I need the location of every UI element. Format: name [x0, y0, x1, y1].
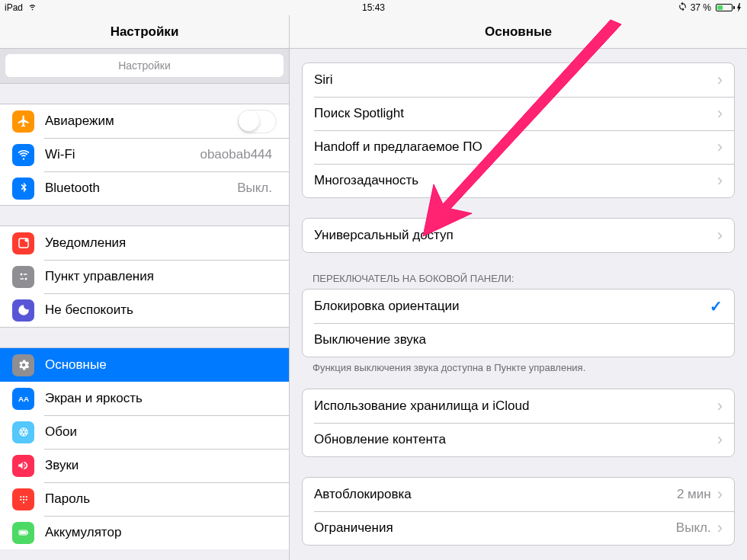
chevron-right-icon: › — [717, 72, 723, 88]
sidebar-item-bluetooth[interactable]: BluetoothВыкл. — [0, 171, 289, 205]
row-label: Обновление контента — [314, 432, 717, 447]
svg-point-9 — [22, 428, 24, 430]
search-input[interactable] — [5, 54, 284, 77]
svg-point-13 — [20, 433, 21, 434]
battery-icon — [12, 522, 34, 544]
sidebar-item-notifications[interactable]: Уведомления — [0, 226, 289, 260]
brightness-icon: AA — [12, 388, 34, 410]
main-panel: Основные Siri›Поиск Spotlight›Handoff и … — [290, 15, 747, 560]
row-универсальный-доступ[interactable]: Универсальный доступ› — [303, 219, 734, 252]
sounds-icon — [12, 455, 34, 477]
sidebar-item-label: Основные — [45, 357, 277, 373]
row-многозадачность[interactable]: Многозадачность› — [303, 164, 734, 197]
settings-sidebar: Настройки АвиарежимWi-Fiobaobab444Blueto… — [0, 15, 290, 560]
sidebar-item-label: Уведомления — [45, 235, 277, 251]
row-ограничения[interactable]: ОграниченияВыкл.› — [303, 511, 734, 545]
wifi-icon — [12, 144, 34, 166]
checkmark-icon: ✓ — [710, 297, 723, 315]
sidebar-item-label: Обои — [45, 424, 277, 440]
search-container — [0, 49, 289, 84]
row-label: Универсальный доступ — [314, 228, 717, 243]
svg-point-17 — [25, 496, 27, 498]
battery-percentage: 37 % — [691, 2, 711, 13]
row-автоблокировка[interactable]: Автоблокировка2 мин› — [303, 478, 734, 511]
status-bar: iPad 15:43 37 % — [0, 0, 747, 15]
svg-point-14 — [20, 430, 21, 431]
svg-point-18 — [20, 499, 21, 501]
toggle-airplane[interactable] — [238, 110, 277, 133]
row-обновление-контента[interactable]: Обновление контента› — [303, 423, 734, 456]
row-value: Выкл. — [676, 520, 711, 536]
row-label: Автоблокировка — [314, 487, 677, 502]
sidebar-item-label: Не беспокоить — [45, 302, 277, 318]
group-header-side-switch: Переключатель на боковой панели: — [290, 268, 747, 289]
sidebar-item-label: Wi-Fi — [45, 147, 200, 162]
sidebar-item-brightness[interactable]: AAЭкран и яркость — [0, 382, 289, 415]
svg-rect-23 — [27, 532, 28, 534]
notifications-icon — [12, 232, 34, 254]
sidebar-item-wallpaper[interactable]: Обои — [0, 415, 289, 449]
dnd-icon — [12, 299, 34, 322]
svg-point-12 — [22, 434, 24, 436]
row-поиск-spotlight[interactable]: Поиск Spotlight› — [303, 97, 734, 130]
row-label: Использование хранилища и iCloud — [314, 398, 717, 414]
row-label: Поиск Spotlight — [314, 106, 717, 121]
svg-rect-3 — [24, 274, 27, 275]
sidebar-item-general[interactable]: Основные — [0, 348, 289, 382]
sidebar-item-label: Аккумулятор — [45, 525, 277, 540]
chevron-right-icon: › — [717, 431, 723, 448]
wifi-status-icon — [27, 2, 37, 14]
clock: 15:43 — [362, 2, 385, 13]
svg-rect-24 — [20, 531, 26, 534]
svg-point-19 — [22, 499, 24, 501]
sidebar-item-label: Bluetooth — [45, 181, 237, 196]
svg-point-1 — [24, 238, 28, 242]
row-использование-хранилища-и-icloud[interactable]: Использование хранилища и iCloud› — [303, 389, 734, 423]
svg-point-11 — [25, 433, 27, 434]
svg-point-16 — [22, 496, 24, 498]
sidebar-item-value: obaobab444 — [200, 147, 272, 162]
passcode-icon — [12, 488, 34, 510]
svg-point-20 — [25, 499, 27, 501]
row-value: 2 мин — [677, 487, 711, 502]
sidebar-item-wifi[interactable]: Wi-Fiobaobab444 — [0, 138, 289, 171]
general-icon — [12, 354, 34, 376]
control-icon — [12, 266, 34, 288]
bluetooth-icon — [12, 178, 34, 200]
group-footer-side-switch: Функция выключения звука доступна в Пунк… — [290, 357, 747, 378]
sidebar-item-label: Звуки — [45, 458, 277, 473]
svg-point-10 — [25, 430, 27, 431]
main-title: Основные — [485, 24, 552, 40]
chevron-right-icon: › — [717, 398, 723, 414]
sidebar-item-sounds[interactable]: Звуки — [0, 449, 289, 482]
row-handoff-и-предлагаемое-по[interactable]: Handoff и предлагаемое ПО› — [303, 130, 734, 164]
wallpaper-icon — [12, 421, 34, 443]
sidebar-item-value: Выкл. — [237, 181, 272, 196]
chevron-right-icon: › — [717, 139, 723, 155]
sidebar-item-control[interactable]: Пункт управления — [0, 260, 289, 293]
main-header: Основные — [290, 15, 747, 49]
sidebar-item-passcode[interactable]: Пароль — [0, 482, 289, 516]
sidebar-item-dnd[interactable]: Не беспокоить — [0, 293, 289, 327]
sidebar-item-label: Авиарежим — [45, 114, 238, 129]
chevron-right-icon: › — [717, 486, 723, 503]
row-выключение-звука[interactable]: Выключение звука — [303, 323, 734, 357]
chevron-right-icon: › — [717, 105, 723, 122]
sidebar-item-battery[interactable]: Аккумулятор — [0, 516, 289, 549]
row-блокировка-ориентации[interactable]: Блокировка ориентации✓ — [303, 290, 734, 323]
row-label: Handoff и предлагаемое ПО — [314, 139, 717, 155]
sidebar-title: Настройки — [111, 24, 179, 40]
battery-icon — [714, 3, 742, 12]
row-siri[interactable]: Siri› — [303, 63, 734, 97]
row-label: Siri — [314, 72, 717, 88]
svg-rect-5 — [20, 278, 24, 280]
row-label: Ограничения — [314, 520, 676, 536]
sidebar-item-airplane[interactable]: Авиарежим — [0, 104, 289, 138]
device-label: iPad — [5, 2, 23, 13]
chevron-right-icon: › — [717, 172, 723, 189]
sidebar-item-label: Пункт управления — [45, 269, 277, 284]
row-label: Выключение звука — [314, 332, 723, 347]
svg-point-8 — [21, 430, 25, 434]
svg-point-2 — [20, 274, 22, 276]
svg-point-15 — [20, 496, 21, 498]
